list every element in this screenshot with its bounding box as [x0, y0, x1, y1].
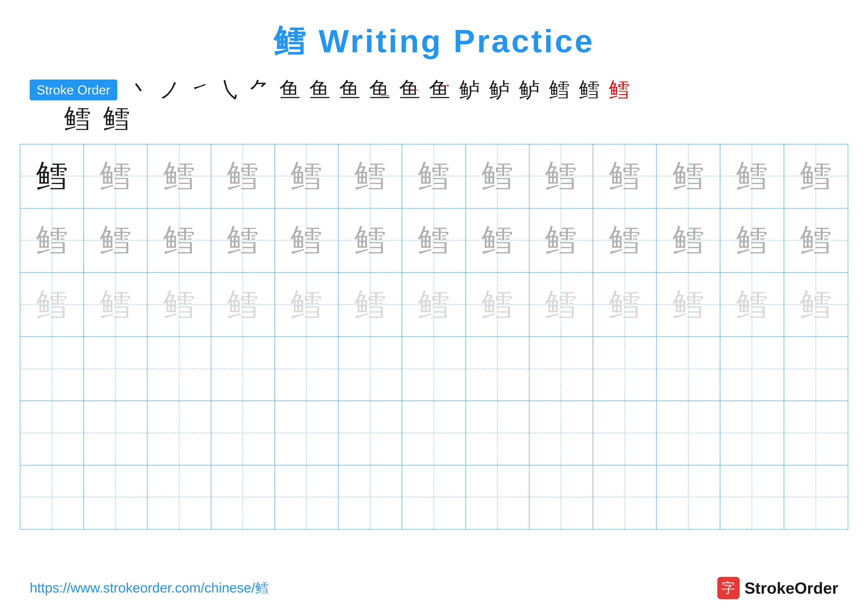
grid-cell-6-7[interactable]	[402, 465, 466, 529]
grid-cell-2-11: 鳕	[657, 208, 720, 272]
title-chinese: 鳕	[273, 23, 308, 59]
grid-cell-5-6[interactable]	[338, 401, 402, 465]
grid-cell-4-8[interactable]	[466, 337, 530, 401]
grid-cell-2-5: 鳕	[275, 208, 338, 272]
char-med: 鳕	[36, 224, 68, 256]
grid-row-1: 鳕 鳕 鳕 鳕 鳕 鳕 鳕 鳕 鳕 鳕 鳕 鳕 鳕	[20, 145, 848, 208]
stroke-12: 鲈	[459, 78, 480, 101]
grid-cell-6-8[interactable]	[466, 465, 530, 529]
grid-cell-5-3[interactable]	[147, 401, 211, 465]
stroke-3: ㇀	[189, 78, 211, 101]
char-med: 鳕	[672, 224, 704, 256]
footer-logo: 字 StrokeOrder	[717, 577, 838, 599]
grid-cell-6-10[interactable]	[593, 465, 657, 529]
char-med: 鳕	[99, 224, 132, 256]
grid-cell-1-5: 鳕	[275, 145, 338, 208]
stroke-7: 鱼	[309, 78, 330, 101]
grid-cell-5-5[interactable]	[275, 401, 338, 465]
grid-cell-6-12[interactable]	[720, 465, 784, 529]
grid-cell-4-13[interactable]	[784, 337, 848, 401]
grid-cell-4-4[interactable]	[211, 337, 275, 401]
grid-cell-3-7: 鳕	[402, 273, 466, 336]
grid-cell-2-13: 鳕	[784, 208, 848, 272]
grid-cell-1-1: 鳕	[20, 145, 84, 208]
char-med: 鳕	[545, 224, 577, 256]
grid-cell-5-4[interactable]	[211, 401, 275, 465]
stroke-13: 鲈	[489, 78, 510, 101]
char-light: 鳕	[736, 289, 768, 321]
grid-cell-2-9: 鳕	[530, 208, 593, 272]
grid-cell-1-13: 鳕	[784, 145, 848, 208]
char-med: 鳕	[609, 224, 641, 256]
char-light: 鳕	[800, 289, 832, 321]
grid-cell-5-2[interactable]	[84, 401, 147, 465]
grid-cell-6-1[interactable]	[20, 465, 84, 529]
char-med: 鳕	[227, 224, 259, 256]
grid-cell-4-9[interactable]	[530, 337, 593, 401]
grid-cell-3-8: 鳕	[466, 273, 530, 336]
stroke-6: 鱼	[279, 78, 301, 101]
grid-cell-4-5[interactable]	[275, 337, 338, 401]
grid-cell-3-6: 鳕	[338, 273, 402, 336]
stroke-4: ㇂	[220, 78, 240, 101]
grid-cell-4-10[interactable]	[593, 337, 657, 401]
grid-cell-4-11[interactable]	[657, 337, 720, 401]
grid-cell-6-6[interactable]	[338, 465, 402, 529]
grid-cell-4-2[interactable]	[84, 337, 147, 401]
grid-cell-6-11[interactable]	[657, 465, 720, 529]
grid-cell-3-10: 鳕	[593, 273, 657, 336]
char-light: 鳕	[227, 289, 259, 321]
stroke-order-badge: Stroke Order	[30, 79, 117, 100]
grid-cell-5-10[interactable]	[593, 401, 657, 465]
stroke-order-row-1: Stroke Order 丶 ノ ㇀ ㇂ ⺈ 鱼 鱼 鱼 鱼— 鱼⌒ 鱼→ 鲈 …	[30, 78, 838, 101]
char-light: 鳕	[672, 289, 704, 321]
grid-cell-1-2: 鳕	[84, 145, 147, 208]
char-light: 鳕	[481, 289, 513, 321]
grid-cell-4-1[interactable]	[20, 337, 84, 401]
grid-cell-6-4[interactable]	[211, 465, 275, 529]
grid-cell-5-11[interactable]	[657, 401, 720, 465]
grid-cell-2-12: 鳕	[720, 208, 784, 272]
grid-cell-3-1: 鳕	[20, 273, 84, 336]
footer: https://www.strokeorder.com/chinese/鳕 字 …	[0, 577, 868, 599]
grid-cell-5-13[interactable]	[784, 401, 848, 465]
grid-cell-1-4: 鳕	[211, 145, 275, 208]
title-english: Writing Practice	[308, 23, 594, 59]
grid-cell-4-12[interactable]	[720, 337, 784, 401]
char-light: 鳕	[36, 289, 68, 321]
page-title: 鳕 Writing Practice	[0, 0, 868, 78]
grid-cell-5-12[interactable]	[720, 401, 784, 465]
grid-cell-2-6: 鳕	[338, 208, 402, 272]
grid-cell-4-3[interactable]	[147, 337, 211, 401]
char-med: 鳕	[290, 224, 322, 256]
grid-cell-6-9[interactable]	[530, 465, 593, 529]
grid-cell-5-7[interactable]	[402, 401, 466, 465]
grid-cell-5-9[interactable]	[530, 401, 593, 465]
grid-cell-2-10: 鳕	[593, 208, 657, 272]
footer-url: https://www.strokeorder.com/chinese/鳕	[30, 579, 269, 597]
grid-cell-6-3[interactable]	[147, 465, 211, 529]
grid-cell-5-1[interactable]	[20, 401, 84, 465]
char-med: 鳕	[672, 160, 704, 192]
grid-row-6	[20, 465, 848, 529]
grid-row-4	[20, 337, 848, 401]
grid-cell-4-6[interactable]	[338, 337, 402, 401]
grid-cell-6-5[interactable]	[275, 465, 338, 529]
grid-cell-4-7[interactable]	[402, 337, 466, 401]
grid-cell-3-3: 鳕	[147, 273, 211, 336]
grid-cell-6-13[interactable]	[784, 465, 848, 529]
stroke-19: 鳕	[103, 104, 130, 134]
grid-cell-1-6: 鳕	[338, 145, 402, 208]
char-med: 鳕	[290, 160, 322, 192]
char-light: 鳕	[609, 289, 641, 321]
char-light: 鳕	[418, 289, 450, 321]
char-med: 鳕	[609, 160, 641, 192]
char-med: 鳕	[481, 224, 513, 256]
char-med: 鳕	[418, 224, 450, 256]
stroke-16: 鳕	[579, 78, 600, 101]
grid-cell-5-8[interactable]	[466, 401, 530, 465]
stroke-5: ⺈	[250, 78, 270, 101]
grid-cell-3-11: 鳕	[657, 273, 720, 336]
grid-cell-1-7: 鳕	[402, 145, 466, 208]
grid-cell-6-2[interactable]	[84, 465, 147, 529]
